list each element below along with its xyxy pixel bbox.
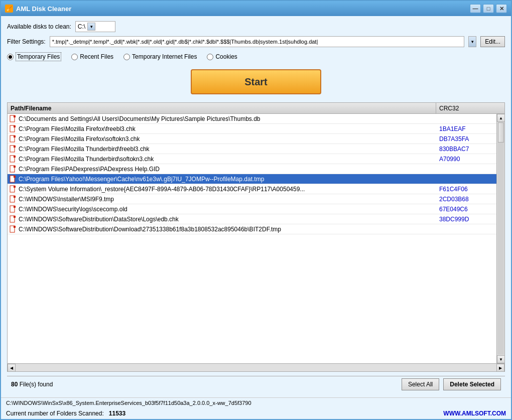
radio-temp-internet[interactable]: Temporary Internet Files: [123, 53, 197, 60]
file-path: C:\WINDOWS\SoftwareDistribution\DataStor…: [8, 215, 436, 223]
scroll-left-button[interactable]: ◀: [8, 364, 16, 372]
disk-dropdown-arrow[interactable]: ▼: [87, 23, 95, 31]
radio-cookies-indicator: [207, 54, 213, 60]
status-path: C:\WINDOWS\WinSxS\x86_System.EnterpriseS…: [6, 400, 251, 406]
vertical-scrollbar[interactable]: ▲ ▼: [496, 114, 504, 363]
scroll-track: [16, 364, 496, 371]
table-row[interactable]: C:\WINDOWS\security\logs\scecomp.old67E0…: [8, 204, 496, 214]
svg-rect-5: [14, 125, 16, 127]
minimize-button[interactable]: —: [470, 4, 481, 13]
table-row[interactable]: C:\WINDOWS\SoftwareDistribution\DataStor…: [8, 214, 496, 224]
file-icon: [10, 185, 17, 193]
file-icon: [10, 215, 17, 223]
file-rows: C:\Documents and Settings\All Users\Docu…: [8, 114, 496, 363]
file-path: C:\WINDOWS\Installer\MSI9F9.tmp: [8, 195, 436, 203]
col-path-header: Path/Filename: [8, 103, 436, 113]
footer-left: Current number of Folders Scanned: 11533: [6, 410, 443, 417]
table-row[interactable]: C:\Program Files\Mozilla Thunderbird\sof…: [8, 154, 496, 164]
radio-temporary-files-label: Temporary Files: [16, 52, 61, 61]
table-row[interactable]: C:\Program Files\Mozilla Firefox\softokn…: [8, 134, 496, 144]
file-path-text: C:\WINDOWS\SoftwareDistribution\DataStor…: [19, 216, 179, 223]
file-icon: [10, 145, 17, 153]
file-path: C:\Program Files\Mozilla Firefox\freebl3…: [8, 125, 436, 133]
table-row[interactable]: C:\Program Files\PADexpress\PADexpress H…: [8, 164, 496, 174]
file-path-text: C:\WINDOWS\Installer\MSI9F9.tmp: [19, 196, 114, 203]
radio-temporary-files[interactable]: Temporary Files: [7, 52, 61, 61]
file-crc: 830BBAC7: [436, 146, 496, 153]
radio-temp-internet-indicator: [123, 54, 130, 60]
folder-count: 11533: [109, 410, 125, 417]
svg-rect-32: [14, 216, 16, 218]
file-path: C:\System Volume Information\_restore{AE…: [8, 185, 436, 193]
brand-link[interactable]: WWW.AMLSOFT.COM: [443, 410, 506, 417]
file-path: C:\WINDOWS\SoftwareDistribution\Download…: [8, 225, 436, 233]
file-crc: DB7A35FA: [436, 135, 496, 143]
disk-dropdown[interactable]: C:\ ▼: [75, 21, 115, 32]
select-all-button[interactable]: Select All: [402, 378, 439, 390]
file-path-text: C:\Program Files\Mozilla Thunderbird\fre…: [19, 146, 150, 153]
title-bar: 🧹 AML Disk Cleaner — □ ✕: [1, 1, 511, 16]
scroll-down-button[interactable]: ▼: [497, 355, 504, 363]
table-row[interactable]: C:\System Volume Information\_restore{AE…: [8, 184, 496, 194]
main-window: 🧹 AML Disk Cleaner — □ ✕ Available disks…: [0, 0, 512, 420]
svg-rect-14: [14, 156, 16, 158]
table-row[interactable]: C:\Documents and Settings\All Users\Docu…: [8, 114, 496, 124]
table-row[interactable]: C:\Program Files\Mozilla Firefox\freebl3…: [8, 124, 496, 134]
horizontal-scrollbar[interactable]: ◀ ▶: [8, 363, 504, 371]
file-path: C:\WINDOWS\security\logs\scecomp.old: [8, 205, 436, 213]
svg-rect-20: [14, 176, 16, 178]
file-list-container: Path/Filename CRC32 C:\Documents and Set…: [7, 102, 505, 372]
file-crc: A70990: [436, 156, 496, 163]
file-path-text: C:\Program Files\Mozilla Thunderbird\sof…: [19, 156, 154, 163]
radio-group: Temporary Files Recent Files Temporary I…: [7, 52, 505, 61]
delete-selected-button[interactable]: Delete Selected: [443, 378, 501, 390]
file-path-text: C:\Program Files\Mozilla Firefox\freebl3…: [19, 125, 136, 132]
maximize-button[interactable]: □: [483, 4, 494, 13]
radio-recent-files-label: Recent Files: [80, 53, 113, 60]
table-row[interactable]: C:\WINDOWS\Installer\MSI9F9.tmp2CD03B68: [8, 194, 496, 204]
radio-temp-internet-label: Temporary Internet Files: [132, 53, 197, 60]
filter-input[interactable]: *.tmp|*._detmp|*.templ*._ddl|*.wbk|*.sdl…: [50, 36, 465, 47]
file-path: C:\Documents and Settings\All Users\Docu…: [8, 115, 436, 123]
disk-label: Available disks to clean:: [7, 23, 71, 30]
file-path: C:\Program Files\PADexpress\PADexpress H…: [8, 165, 436, 173]
file-icon: [10, 125, 17, 133]
filter-label: Filter Settings:: [7, 38, 46, 45]
file-path-text: C:\Program Files\PADexpress\PADexpress H…: [19, 166, 160, 173]
file-path: C:\Program Files\Mozilla Firefox\softokn…: [8, 135, 436, 143]
radio-cookies[interactable]: Cookies: [207, 53, 237, 60]
content-area: Available disks to clean: C:\ ▼ Filter S…: [1, 16, 511, 397]
status-bar: C:\WINDOWS\WinSxS\x86_System.EnterpriseS…: [1, 397, 511, 408]
table-row[interactable]: C:\WINDOWS\SoftwareDistribution\Download…: [8, 224, 496, 234]
file-path-text: C:\System Volume Information\_restore{AE…: [19, 186, 305, 193]
radio-cookies-label: Cookies: [215, 53, 237, 60]
file-path-text: C:\WINDOWS\security\logs\scecomp.old: [19, 206, 127, 213]
file-path-text: C:\WINDOWS\SoftwareDistribution\Download…: [19, 226, 281, 233]
window-title: AML Disk Cleaner: [16, 5, 467, 13]
bottom-bar: 80 File(s) found Select All Delete Selec…: [7, 376, 505, 392]
close-button[interactable]: ✕: [496, 4, 507, 13]
svg-rect-11: [14, 146, 16, 148]
edit-button[interactable]: Edit...: [480, 36, 505, 47]
radio-recent-files[interactable]: Recent Files: [71, 53, 113, 60]
filter-dropdown-arrow[interactable]: ▼: [468, 36, 476, 47]
file-path-text: C:\Program Files\Mozilla Firefox\softokn…: [19, 135, 140, 143]
disk-value: C:\: [78, 23, 85, 30]
table-row[interactable]: C:\Program Files\Yahoo!\Messenger\Cache\…: [8, 174, 496, 184]
scroll-right-button[interactable]: ▶: [496, 364, 504, 372]
scroll-up-button[interactable]: ▲: [497, 114, 504, 122]
svg-rect-2: [14, 115, 16, 117]
file-path: C:\Program Files\Mozilla Thunderbird\fre…: [8, 145, 436, 153]
file-icon: [10, 165, 17, 173]
table-row[interactable]: C:\Program Files\Mozilla Thunderbird\fre…: [8, 144, 496, 154]
file-crc: 1BA1EAF: [436, 125, 496, 132]
disk-selector-row: Available disks to clean: C:\ ▼: [7, 21, 505, 32]
svg-rect-26: [14, 196, 16, 198]
filter-row: Filter Settings: *.tmp|*._detmp|*.templ*…: [7, 36, 505, 47]
file-icon: [10, 115, 17, 123]
start-button[interactable]: Start: [191, 69, 321, 94]
file-crc: 38DC999D: [436, 216, 496, 223]
file-crc: 2CD03B68: [436, 196, 496, 203]
svg-rect-17: [14, 166, 16, 168]
svg-rect-35: [14, 226, 16, 228]
